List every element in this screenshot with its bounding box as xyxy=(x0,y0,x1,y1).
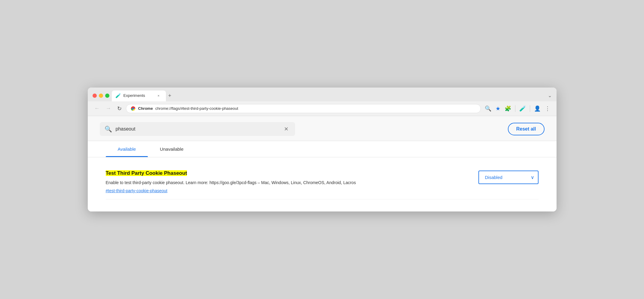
search-bar-section: 🔍 ✕ Reset all xyxy=(88,116,557,141)
svg-point-0 xyxy=(132,108,134,109)
back-button[interactable]: ← xyxy=(93,104,102,113)
experiments-tab[interactable]: 🧪 Experiments × xyxy=(112,91,166,101)
flags-list: Test Third Party Cookie Phaseout Enable … xyxy=(88,157,557,212)
flag-select-wrapper: Default Enabled Disabled xyxy=(478,171,539,184)
bookmark-star-button[interactable]: ★ xyxy=(494,104,502,113)
search-icon: 🔍 xyxy=(105,125,112,133)
flag-anchor-link[interactable]: #test-third-party-cookie-phaseout xyxy=(106,188,466,193)
tab-close-button[interactable]: × xyxy=(156,93,161,98)
content-area: 🔍 ✕ Reset all Available Unavailable Test… xyxy=(88,116,557,212)
profile-button[interactable]: 👤 xyxy=(533,104,542,113)
title-bar: 🧪 Experiments × + ⌄ xyxy=(88,88,557,101)
tab-bar: 🧪 Experiments × + xyxy=(112,91,545,101)
tab-title: Experiments xyxy=(124,93,154,98)
tab-strip-dropdown-button[interactable]: ⌄ xyxy=(548,93,552,98)
forward-button[interactable]: → xyxy=(104,104,113,113)
address-url: chrome://flags/#test-third-party-cookie-… xyxy=(155,106,476,111)
flag-title: Test Third Party Cookie Phaseout xyxy=(106,169,466,177)
tab-bar-right: ⌄ xyxy=(548,93,552,101)
tabs-section: Available Unavailable xyxy=(88,141,557,157)
zoom-icon-button[interactable]: 🔍 xyxy=(483,104,493,113)
table-row: Test Third Party Cookie Phaseout Enable … xyxy=(106,163,539,200)
clear-search-button[interactable]: ✕ xyxy=(282,125,290,133)
reset-all-button[interactable]: Reset all xyxy=(508,123,545,135)
tab-favicon: 🧪 xyxy=(115,93,121,98)
minimize-traffic-light[interactable] xyxy=(99,94,103,98)
extensions-button[interactable]: 🧩 xyxy=(503,104,513,113)
flag-info: Test Third Party Cookie Phaseout Enable … xyxy=(106,169,466,193)
chrome-label: Chrome xyxy=(138,106,153,111)
toolbar-separator xyxy=(515,105,515,112)
close-traffic-light[interactable] xyxy=(93,94,97,98)
traffic-lights xyxy=(93,94,109,101)
flag-control: Default Enabled Disabled xyxy=(478,171,539,184)
chrome-logo-icon xyxy=(130,106,136,111)
new-tab-button[interactable]: + xyxy=(166,91,175,101)
address-bar[interactable]: Chrome chrome://flags/#test-third-party-… xyxy=(126,104,481,113)
flag-description: Enable to test third-party cookie phaseo… xyxy=(106,179,466,186)
maximize-traffic-light[interactable] xyxy=(105,94,109,98)
tab-available[interactable]: Available xyxy=(106,141,148,157)
experiments-icon-button[interactable]: 🧪 xyxy=(518,104,527,113)
reload-button[interactable]: ↻ xyxy=(115,104,124,113)
menu-button[interactable]: ⋮ xyxy=(543,104,552,113)
flag-search-input[interactable] xyxy=(116,126,279,132)
toolbar-separator-2 xyxy=(530,105,530,112)
flag-search-wrapper: 🔍 ✕ xyxy=(100,122,295,136)
flag-status-select[interactable]: Default Enabled Disabled xyxy=(478,171,539,184)
browser-window: 🧪 Experiments × + ⌄ ← → ↻ Chrome chrome:… xyxy=(88,88,557,212)
tab-unavailable[interactable]: Unavailable xyxy=(148,141,195,157)
toolbar-icons: 🔍 ★ 🧩 🧪 👤 ⋮ xyxy=(483,104,552,113)
toolbar: ← → ↻ Chrome chrome://flags/#test-third-… xyxy=(88,101,557,116)
